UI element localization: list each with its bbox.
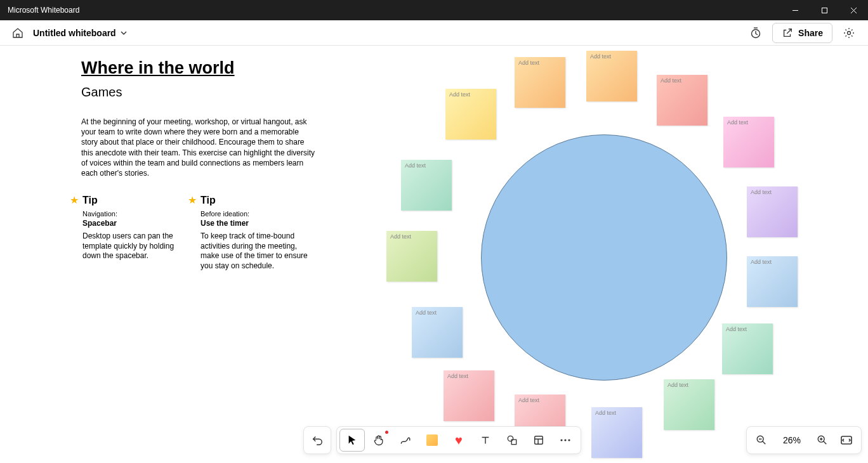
app-header: Untitled whiteboard Share (0, 20, 868, 46)
fit-screen-button[interactable] (836, 429, 857, 452)
sticky-note[interactable]: Add text (412, 307, 463, 358)
zoom-control: 26% (746, 426, 862, 454)
undo-button[interactable] (303, 426, 331, 454)
sticky-note[interactable]: Add text (747, 186, 798, 237)
svg-rect-0 (822, 8, 827, 13)
globe-shape[interactable] (481, 134, 727, 381)
tip-timer: ★ Tip Before ideation: Use the timer To … (188, 194, 315, 271)
text-tool[interactable] (473, 429, 498, 452)
window-minimize-button[interactable] (780, 0, 810, 20)
sticky-note[interactable]: Add text (401, 160, 452, 211)
more-tools[interactable] (553, 429, 578, 452)
window-close-button[interactable] (839, 0, 868, 20)
tip-body: To keep track of time-bound activities d… (201, 232, 315, 271)
share-icon (782, 27, 793, 39)
tip-body: Desktop users can pan the template quick… (82, 232, 184, 261)
timer-button[interactable] (744, 22, 767, 44)
window-maximize-button[interactable] (810, 0, 839, 20)
window-titlebar: Microsoft Whiteboard (0, 0, 868, 20)
sticky-note[interactable]: Add text (586, 51, 637, 101)
templates-tool[interactable] (526, 429, 551, 452)
sticky-note[interactable]: Add text (664, 379, 714, 430)
sticky-note[interactable]: Add text (591, 407, 642, 458)
window-title: Microsoft Whiteboard (0, 6, 780, 15)
pan-tool[interactable] (366, 429, 391, 452)
zoom-out-button[interactable] (751, 429, 772, 452)
chevron-down-icon (120, 29, 128, 37)
sticky-note[interactable]: Add text (515, 57, 565, 108)
star-icon: ★ (188, 194, 197, 206)
reaction-tool[interactable]: ♥ (446, 429, 471, 452)
sticky-note-icon (426, 434, 438, 446)
notification-dot-icon (385, 431, 388, 434)
star-icon: ★ (70, 194, 79, 206)
sticky-note[interactable]: Add text (657, 75, 707, 126)
tip-navigation: ★ Tip Navigation: Spacebar Desktop users… (70, 194, 184, 261)
share-button[interactable]: Share (772, 23, 832, 43)
sticky-note[interactable]: Add text (747, 256, 798, 307)
shapes-tool[interactable] (499, 429, 525, 452)
template-title: Where in the world (81, 58, 235, 78)
tip-title: Tip (201, 195, 216, 206)
tip-title: Tip (82, 195, 98, 206)
ink-tool[interactable] (393, 429, 418, 452)
svg-point-3 (508, 436, 513, 441)
sticky-note[interactable]: Add text (444, 370, 494, 421)
sticky-note-tool[interactable] (419, 429, 445, 452)
sticky-note[interactable]: Add text (445, 89, 496, 140)
select-tool[interactable] (339, 429, 365, 452)
sticky-note[interactable]: Add text (722, 323, 773, 374)
home-button[interactable] (8, 23, 28, 43)
template-description: At the beginning of your meeting, worksh… (81, 117, 316, 178)
zoom-in-button[interactable] (812, 429, 833, 452)
tip-strong: Use the timer (201, 219, 315, 228)
svg-point-7 (564, 439, 566, 441)
sticky-note[interactable]: Add text (723, 117, 774, 167)
share-label: Share (798, 28, 823, 38)
tip-strong: Spacebar (82, 219, 184, 228)
svg-point-2 (848, 31, 851, 34)
svg-point-6 (560, 439, 562, 441)
document-title-text: Untitled whiteboard (33, 28, 116, 38)
tip-label: Before ideation: (201, 210, 315, 218)
sticky-note[interactable]: Add text (386, 231, 437, 282)
template-subtitle: Games (81, 85, 122, 100)
document-title[interactable]: Untitled whiteboard (33, 28, 128, 38)
heart-icon: ♥ (455, 433, 463, 448)
whiteboard-canvas[interactable]: Where in the world Games At the beginnin… (0, 46, 868, 463)
tip-label: Navigation: (82, 210, 184, 218)
svg-rect-5 (535, 436, 543, 445)
zoom-value[interactable]: 26% (775, 435, 809, 445)
main-toolbar: ♥ (336, 426, 581, 454)
settings-button[interactable] (838, 22, 860, 44)
svg-point-8 (568, 439, 570, 441)
